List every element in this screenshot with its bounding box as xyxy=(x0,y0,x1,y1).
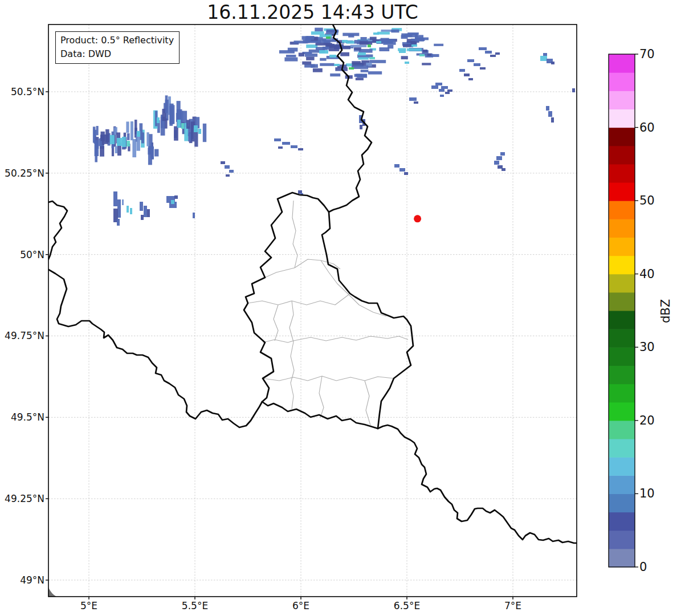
data-source-line: Data: DWD xyxy=(60,47,174,61)
lon-tick-label: 5°E xyxy=(80,600,97,611)
lat-tick-label: 49.5°N xyxy=(11,411,44,423)
colorbar-tick-label: 40 xyxy=(639,267,655,280)
lon-tick-label: 5.5°E xyxy=(182,600,208,611)
colorbar-tick-label: 30 xyxy=(639,340,655,354)
radar-site-marker xyxy=(414,215,421,222)
map-inner xyxy=(48,25,577,597)
lat-tick-label: 50.25°N xyxy=(5,168,44,179)
canton-borders xyxy=(248,201,408,425)
lat-tick-label: 50.5°N xyxy=(11,86,44,97)
colorbar-tick-label: 0 xyxy=(639,560,647,574)
lon-tick-label: 7°E xyxy=(504,600,521,611)
lat-tick-label: 49.25°N xyxy=(5,493,44,504)
range-edge-wedge xyxy=(48,588,56,597)
colorbar xyxy=(609,54,638,568)
country-borders xyxy=(48,25,577,543)
lon-tick-label: 6.5°E xyxy=(394,600,420,611)
radar-figure: 16.11.2025 14:43 UTC Product: 0.5° Refle… xyxy=(0,0,685,616)
colorbar-tick-label: 70 xyxy=(639,47,655,61)
product-line: Product: 0.5° Reflectivity xyxy=(60,34,174,47)
colorbar-tick-label: 60 xyxy=(639,120,655,134)
graticule-gridlines xyxy=(48,25,577,597)
colorbar-tick-label: 20 xyxy=(639,413,655,427)
lon-tick-label: 6°E xyxy=(292,600,309,611)
colorbar-tick-label: 50 xyxy=(639,194,655,207)
colorbar-tick-label: 10 xyxy=(639,487,655,500)
product-info-box: Product: 0.5° Reflectivity Data: DWD xyxy=(55,31,180,64)
colorbar-ticks xyxy=(635,54,638,567)
lat-tick-label: 49°N xyxy=(20,574,44,586)
map-canvas xyxy=(0,0,685,616)
colorbar-unit-label: dBZ xyxy=(659,299,672,323)
lat-tick-label: 49.75°N xyxy=(5,330,44,341)
map-frame xyxy=(46,25,577,599)
lat-tick-label: 50°N xyxy=(20,249,44,260)
